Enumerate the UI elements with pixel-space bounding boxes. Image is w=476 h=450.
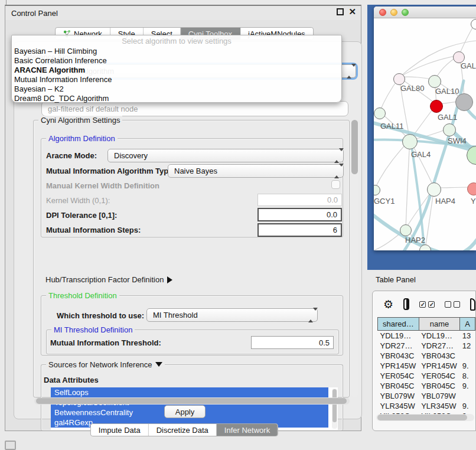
mi-threshold-field[interactable]: 0.5: [251, 336, 334, 349]
kernel-width-label: Kernel Width (0,1):: [46, 196, 110, 205]
menu-item-bayesian-hill-climbing[interactable]: Bayesian – Hill Climbing: [12, 47, 341, 56]
table-row[interactable]: YLR345WYLR345W9.: [378, 401, 475, 411]
which-threshold-value: MI Threshold: [153, 311, 198, 319]
menu-item-dream8[interactable]: Dream8 DC_TDC Algorithm: [12, 94, 341, 103]
sources-title: Sources for Network Inference: [48, 360, 152, 369]
aracne-mode-value: Discovery: [114, 151, 148, 160]
menu-item-aracne[interactable]: ARACNE Algorithm: [12, 66, 341, 75]
close-traffic-light-icon[interactable]: [379, 9, 386, 16]
apply-button[interactable]: Apply: [164, 405, 206, 418]
table-row[interactable]: YBR045CYBR045C9.: [378, 381, 475, 391]
node-attribute-table: shared… name A YDL19…YDL19…13 YDR27…YDR2…: [377, 317, 475, 421]
menu-item-bayesian-k2[interactable]: Bayesian – K2: [12, 84, 341, 94]
node-hap4[interactable]: [427, 182, 441, 197]
mi-algorithm-type-value: Naive Bayes: [174, 167, 217, 175]
checked-checkbox-icon: ✓: [428, 301, 435, 308]
network-canvas[interactable]: GAL GAL80 GAL10 GAL1 SWI4 GAL11 GAL4 GCY…: [374, 18, 476, 250]
node-hap2[interactable]: [400, 224, 412, 236]
column-header-partial[interactable]: A: [460, 318, 475, 331]
network-view-window: GAL GAL80 GAL10 GAL1 SWI4 GAL11 GAL4 GCY…: [374, 6, 476, 250]
settings-horizontal-scrollbar[interactable]: [34, 397, 350, 405]
kernel-width-field[interactable]: 0.0: [257, 194, 342, 206]
dpi-tolerance-field[interactable]: 0.0: [257, 208, 342, 221]
apply-button-label: Apply: [175, 407, 195, 416]
cyni-algorithm-settings-title: Cyni Algorithm Settings: [38, 116, 122, 125]
dpi-tolerance-value: 0.0: [327, 210, 337, 219]
sources-toggle[interactable]: Sources for Network Inference: [46, 360, 165, 369]
tab-infer-network[interactable]: Infer Network: [217, 424, 278, 436]
node-gal1[interactable]: [443, 123, 456, 136]
table-row[interactable]: YDR27…YDR27…12: [378, 341, 475, 351]
menu-item-basic-correlation[interactable]: Basic Correlation Inference: [12, 56, 341, 66]
table-horizontal-scrollbar[interactable]: [376, 414, 474, 421]
deselect-all-columns-icon[interactable]: [445, 301, 460, 308]
right-triangle-icon: [167, 276, 172, 283]
kernel-width-value: 0.0: [327, 195, 338, 204]
column-header-shared[interactable]: shared…: [378, 318, 419, 331]
zoom-traffic-light-icon[interactable]: [402, 9, 409, 16]
threshold-definition-title: Threshold Definition: [46, 291, 119, 300]
panel-divider-tick: [6, 0, 6, 5]
aracne-mode-combobox[interactable]: Discovery: [107, 149, 344, 162]
column-header-name[interactable]: name: [419, 318, 460, 331]
cyni-bottom-tabbar: Impute Data Discretize Data Infer Networ…: [90, 423, 278, 436]
float-window-icon[interactable]: [337, 8, 344, 15]
which-threshold-label: Which threshold to use:: [57, 311, 144, 320]
gear-icon[interactable]: ⚙: [383, 299, 393, 310]
node-label: GAL: [461, 61, 476, 70]
unchecked-checkbox-icon: [445, 301, 451, 308]
tab-discretize-data[interactable]: Discretize Data: [149, 424, 217, 436]
threshold-definition-group: Threshold Definition Which threshold to …: [41, 295, 343, 356]
mi-algorithm-type-combobox[interactable]: Naive Bayes: [168, 164, 344, 178]
hub-definition-toggle[interactable]: Hub/Transcription Factor Definition: [45, 275, 172, 284]
control-panel-title: Control Panel: [11, 9, 58, 18]
node-gal4[interactable]: [402, 134, 418, 149]
split-columns-icon[interactable]: [403, 298, 409, 310]
menu-item-mutual-information[interactable]: Mutual Information Inference: [12, 75, 341, 84]
combo-stepper-icon: [347, 67, 352, 76]
node-label: GAL10: [435, 87, 459, 96]
minimize-traffic-light-icon[interactable]: [390, 9, 397, 16]
algorithm-definition-group: Algorithm Definition Aracne Mode: Discov…: [41, 138, 343, 237]
node-gal80[interactable]: [393, 73, 405, 85]
algorithm-definition-title: Algorithm Definition: [46, 134, 118, 143]
select-all-columns-icon[interactable]: ✓ ✓: [419, 301, 435, 308]
down-triangle-icon: [155, 362, 162, 367]
node-label: GAL11: [380, 122, 404, 131]
network-window-titlebar: [374, 6, 476, 18]
manual-kernel-width-checkbox[interactable]: [331, 180, 340, 189]
table-panel-title: Table Panel: [376, 275, 416, 284]
node-y-partial[interactable]: [467, 182, 476, 195]
node-red[interactable]: [430, 100, 443, 113]
checked-checkbox-icon: ✓: [419, 301, 426, 308]
document-icon[interactable]: [470, 298, 475, 311]
mi-steps-field[interactable]: 6: [257, 223, 342, 237]
node-gal11[interactable]: [374, 107, 386, 119]
settings-vertical-scrollbar[interactable]: [351, 119, 358, 397]
control-panel-window: Control Panel ✕ Network Style Select Cyn…: [5, 5, 361, 431]
node-gal10[interactable]: [428, 75, 441, 88]
which-threshold-combobox[interactable]: MI Threshold: [146, 308, 318, 322]
close-icon[interactable]: ✕: [348, 8, 356, 15]
node-gray[interactable]: [455, 93, 473, 111]
dock-panel-button[interactable]: [5, 441, 16, 450]
table-row[interactable]: YBR043CYBR043C: [378, 351, 475, 361]
table-row[interactable]: YPR145WYPR145W9.: [378, 361, 475, 371]
unchecked-checkbox-icon: [454, 301, 460, 308]
node-label: GAL1: [438, 113, 457, 122]
table-row[interactable]: YBL079WYBL079W: [378, 391, 475, 401]
tab-impute-data-label: Impute Data: [99, 426, 141, 435]
table-row[interactable]: YDL19…YDL19…13: [378, 331, 475, 341]
tab-impute-data[interactable]: Impute Data: [91, 424, 149, 436]
list-item[interactable]: SelfLoops: [51, 387, 328, 397]
table-row[interactable]: YER054CYER054C8.: [378, 371, 475, 381]
hub-definition-label: Hub/Transcription Factor Definition: [45, 275, 164, 284]
table-toolbar: ⚙ ✓ ✓: [373, 291, 475, 317]
node-label: HAP4: [435, 197, 455, 206]
node-label: Y: [471, 197, 476, 206]
list-scrollbar[interactable]: [332, 389, 337, 429]
tab-discretize-data-label: Discretize Data: [157, 426, 208, 435]
cyni-algorithm-settings-group: Cyni Algorithm Settings Algorithm Defini…: [33, 120, 350, 397]
combo-stepper-icon: [334, 167, 340, 176]
manual-kernel-width-label: Manual Kernel Width Definition: [46, 181, 159, 190]
